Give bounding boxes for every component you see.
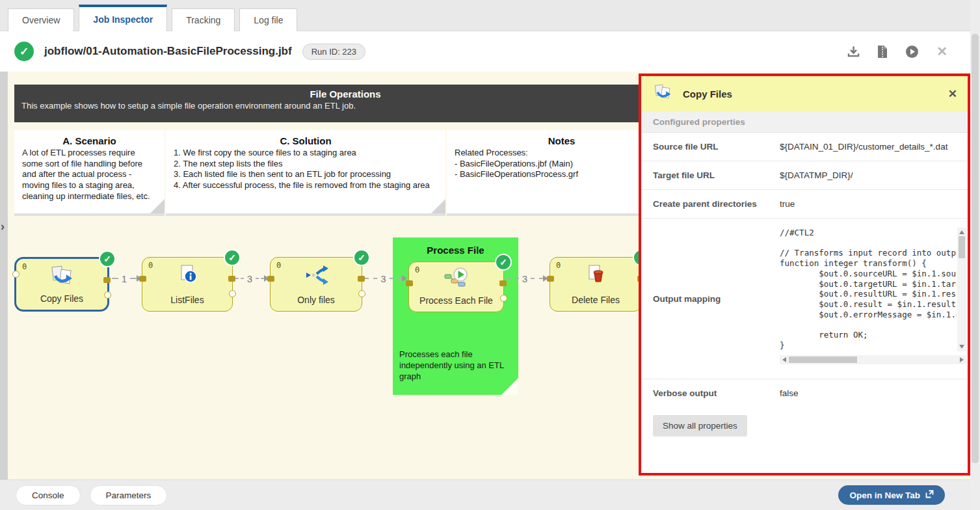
edge-only-to-process: 3 bbox=[365, 275, 407, 282]
page-scroll-thumb[interactable] bbox=[972, 34, 979, 463]
node-only-files[interactable]: 0 Only files bbox=[270, 257, 362, 312]
node-label: Only files bbox=[271, 295, 362, 305]
prop-row-source-url: Source file URL ${DATAIN_01_DIR}/custome… bbox=[641, 133, 968, 161]
prop-label: Target file URL bbox=[653, 170, 780, 180]
node-delete-files[interactable]: 0 Delete Files bbox=[550, 257, 642, 312]
node-port-badge: 0 bbox=[148, 261, 153, 270]
open-in-new-tab-button[interactable]: Open in New Tab bbox=[838, 485, 945, 505]
prop-value: ${DATAIN_01_DIR}/customer_details_*.dat bbox=[780, 142, 947, 152]
edge-record-count: 3 bbox=[522, 273, 527, 284]
node-port-badge: 0 bbox=[415, 265, 419, 275]
copy-files-icon bbox=[16, 265, 107, 288]
footer-bar: Console Parameters Open in New Tab bbox=[0, 479, 980, 510]
success-check-icon bbox=[14, 42, 34, 61]
output-port bbox=[499, 280, 507, 286]
prop-label: Create parent directories bbox=[653, 199, 780, 209]
copy-files-icon bbox=[652, 84, 674, 104]
note-title: C. Solution bbox=[166, 135, 445, 146]
prop-label: Source file URL bbox=[653, 142, 780, 152]
panel-title: Copy Files bbox=[683, 88, 732, 100]
download-icon[interactable] bbox=[847, 46, 860, 57]
tab-log-file[interactable]: Log file bbox=[239, 8, 297, 31]
horizontal-scroll-thumb[interactable] bbox=[789, 356, 857, 363]
prop-row-verbose: Verbose output false bbox=[641, 379, 968, 407]
scroll-down-icon[interactable] bbox=[959, 345, 964, 349]
node-process-each-file[interactable]: 0 Process Each File bbox=[408, 262, 504, 312]
edge-record-count: 3 bbox=[247, 273, 252, 284]
node-success-icon bbox=[99, 250, 116, 267]
collapse-strip bbox=[0, 72, 8, 479]
prop-row-target-url: Target file URL ${DATATMP_DIR}/ bbox=[641, 161, 968, 190]
parameters-button[interactable]: Parameters bbox=[90, 485, 168, 505]
note-body: A lot of ETL processes require some sort… bbox=[14, 148, 165, 202]
ctl-code: //#CTL2 // Transforms input record into … bbox=[780, 228, 957, 351]
output-notch bbox=[104, 291, 111, 299]
node-label: Delete Files bbox=[550, 295, 641, 305]
canvas-note-title: File Operations bbox=[14, 88, 676, 100]
scroll-right-icon[interactable] bbox=[960, 357, 964, 362]
jobflow-canvas: File Operations This example shows how t… bbox=[0, 72, 980, 479]
play-circle-icon[interactable] bbox=[905, 45, 919, 59]
tab-job-inspector[interactable]: Job Inspector bbox=[79, 5, 167, 31]
panel-header: Copy Files bbox=[641, 76, 968, 112]
console-button[interactable]: Console bbox=[16, 485, 81, 505]
prop-value: false bbox=[780, 388, 799, 398]
prop-label: Verbose output bbox=[653, 388, 780, 398]
edge-record-count: 3 bbox=[380, 273, 386, 284]
prop-value: ${DATATMP_DIR}/ bbox=[780, 170, 853, 180]
scroll-left-icon[interactable] bbox=[782, 357, 786, 362]
list-files-icon bbox=[142, 264, 232, 286]
filter-branch-icon bbox=[271, 264, 362, 286]
panel-section-label: Configured properties bbox=[641, 112, 968, 133]
vertical-scrollbar[interactable] bbox=[957, 228, 966, 351]
properties-panel: Copy Files Configured properties Source … bbox=[639, 74, 970, 476]
input-notch bbox=[12, 271, 20, 278]
scroll-up-icon[interactable] bbox=[959, 230, 964, 234]
node-port-badge: 0 bbox=[276, 261, 281, 270]
output-notch bbox=[358, 290, 365, 297]
tab-tracking[interactable]: Tracking bbox=[172, 8, 235, 31]
job-title: jobflow/01-Automation-BasicFileProcessin… bbox=[44, 45, 292, 58]
open-in-new-tab-label: Open in New Tab bbox=[849, 490, 920, 500]
node-copy-files[interactable]: 0 Copy Files bbox=[14, 257, 109, 312]
input-port bbox=[267, 276, 274, 282]
output-mapping-code[interactable]: //#CTL2 // Transforms input record into … bbox=[780, 228, 966, 369]
canvas-note-description: This example shows how to setup a simple… bbox=[14, 101, 676, 111]
edge-process-to-delete: 3 bbox=[507, 275, 548, 282]
edge-record-count: 1 bbox=[122, 273, 127, 284]
output-port bbox=[103, 277, 111, 283]
close-icon[interactable] bbox=[936, 44, 947, 59]
archive-file-icon[interactable] bbox=[877, 46, 888, 58]
group-note: Processes each file independently using … bbox=[399, 349, 507, 382]
node-list-files[interactable]: 0 ListFiles bbox=[142, 257, 233, 312]
panel-close-icon[interactable] bbox=[948, 87, 957, 101]
prop-row-create-parent-dirs: Create parent directories true bbox=[641, 190, 968, 219]
output-port bbox=[358, 276, 365, 282]
run-id-badge: Run ID: 223 bbox=[302, 44, 365, 60]
note-solution: C. Solution 1. We first copy the source … bbox=[166, 130, 445, 213]
input-port bbox=[139, 276, 146, 282]
vertical-scroll-thumb[interactable] bbox=[959, 236, 965, 258]
page-scrollbar[interactable] bbox=[970, 0, 980, 510]
tab-bar: Overview Job Inspector Tracking Log file bbox=[0, 0, 980, 31]
show-all-properties-button[interactable]: Show all properties bbox=[653, 415, 747, 436]
note-body: 1. We first copy the source files to a s… bbox=[166, 148, 445, 191]
horizontal-scrollbar[interactable] bbox=[780, 355, 966, 364]
expand-chevron-icon[interactable] bbox=[1, 220, 5, 234]
node-port-badge: 0 bbox=[22, 262, 27, 271]
node-label: ListFiles bbox=[142, 295, 232, 305]
run-graph-icon bbox=[409, 267, 503, 288]
output-notch bbox=[500, 295, 507, 302]
note-fold-corner bbox=[431, 199, 445, 213]
input-port bbox=[547, 276, 554, 282]
prop-label: Output mapping bbox=[653, 294, 780, 304]
prop-value: true bbox=[780, 199, 795, 209]
edge-copy-to-list: 1 bbox=[112, 275, 142, 282]
input-port bbox=[406, 280, 413, 286]
run-header: jobflow/01-Automation-BasicFileProcessin… bbox=[0, 31, 980, 72]
prop-row-output-mapping: Output mapping //#CTL2 // Transforms inp… bbox=[641, 219, 968, 379]
tab-overview[interactable]: Overview bbox=[8, 8, 74, 31]
node-success-icon bbox=[224, 249, 241, 266]
group-fold-corner bbox=[501, 378, 518, 395]
delete-files-icon bbox=[550, 264, 641, 286]
